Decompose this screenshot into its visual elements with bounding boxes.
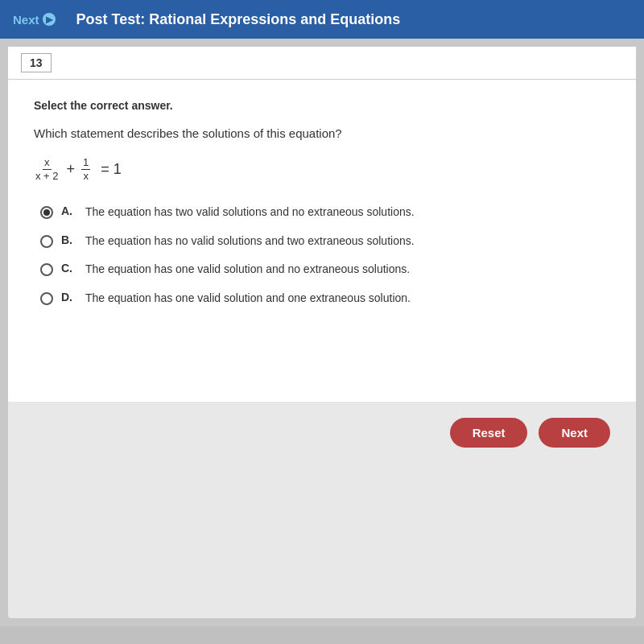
main-area: 13 Select the correct answer. Which stat… <box>8 47 636 618</box>
fraction1-denominator: x + 2 <box>34 170 60 183</box>
option-c-label: C. <box>61 262 77 275</box>
equation-block: x x + 2 + 1 x = 1 <box>34 156 610 182</box>
option-d[interactable]: D. The equation has one valid solution a… <box>40 291 610 307</box>
option-d-text: The equation has one valid solution and … <box>85 291 411 307</box>
question-content: Select the correct answer. Which stateme… <box>8 80 636 402</box>
option-d-radio[interactable] <box>40 292 53 305</box>
page-title: Post Test: Rational Expressions and Equa… <box>76 11 401 28</box>
question-text: Which statement describes the solutions … <box>34 126 610 140</box>
option-a-radio[interactable] <box>40 206 53 219</box>
option-c-text: The equation has one valid solution and … <box>85 262 410 278</box>
option-b-label: B. <box>61 233 77 246</box>
fraction2-denominator: x <box>81 170 90 183</box>
next-button[interactable]: Next <box>539 418 610 448</box>
options-list: A. The equation has two valid solutions … <box>40 204 610 306</box>
fraction1-numerator: x <box>43 156 52 170</box>
fraction-1: x x + 2 <box>34 156 60 182</box>
option-a[interactable]: A. The equation has two valid solutions … <box>40 204 610 221</box>
top-bar: Next ▶ Post Test: Rational Expressions a… <box>0 0 644 39</box>
question-number-badge: 13 <box>21 53 52 72</box>
option-a-label: A. <box>61 204 77 217</box>
top-nav-next[interactable]: Next ▶ <box>13 13 56 27</box>
option-a-text: The equation has two valid solutions and… <box>85 204 415 221</box>
question-number-bar: 13 <box>8 47 636 80</box>
action-area: Reset Next <box>8 402 636 464</box>
bottom-filler <box>0 626 644 644</box>
reset-button[interactable]: Reset <box>450 418 528 448</box>
equals-sign: = 1 <box>97 161 122 178</box>
next-nav-label: Next <box>13 13 39 27</box>
option-d-label: D. <box>61 291 77 303</box>
fraction-2: 1 x <box>81 156 90 182</box>
plus-sign: + <box>67 161 76 178</box>
option-b-text: The equation has no valid solutions and … <box>85 233 415 250</box>
next-nav-arrow-icon: ▶ <box>43 13 56 26</box>
instruction-text: Select the correct answer. <box>34 99 610 112</box>
option-c-radio[interactable] <box>40 263 53 276</box>
option-c[interactable]: C. The equation has one valid solution a… <box>40 262 610 278</box>
option-b[interactable]: B. The equation has no valid solutions a… <box>40 233 610 250</box>
fraction2-numerator: 1 <box>81 156 90 170</box>
option-b-radio[interactable] <box>40 235 53 248</box>
